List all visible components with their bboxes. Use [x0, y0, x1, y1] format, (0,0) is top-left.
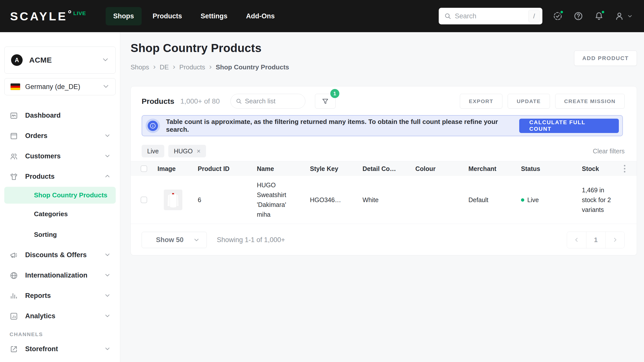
breadcrumb-shops[interactable]: Shops — [131, 63, 149, 71]
add-product-button[interactable]: ADD PRODUCT — [574, 51, 637, 66]
sidebar-item-orders[interactable]: Orders — [0, 126, 120, 146]
products-card: Products 1,000+ of 80 1 EXPORT UPDATE CR… — [131, 86, 637, 255]
chevron-down-icon — [102, 56, 109, 64]
filter-chip-live[interactable]: Live — [142, 145, 164, 157]
topnav-shops[interactable]: Shops — [106, 7, 142, 25]
sidebar-item-analytics[interactable]: Analytics — [0, 306, 120, 326]
sidebar-item-storefront[interactable]: Storefront — [0, 339, 120, 359]
scayle-logo[interactable]: SCAYLE LIVE — [10, 10, 86, 22]
chevron-down-icon — [627, 13, 633, 19]
cell-stock: 1,469 in stock for 2 variants — [582, 185, 615, 215]
filter-wrap: 1 — [315, 94, 336, 109]
search-icon — [444, 13, 451, 20]
column-header-merchant[interactable]: Merchant — [468, 165, 521, 172]
funnel-icon — [321, 98, 329, 105]
sidebar-item-label: Customers — [25, 152, 61, 160]
sidebar: A ACME Germany (de_DE) Dashboard Orders … — [0, 32, 120, 362]
sidebar-item-dashboard[interactable]: Dashboard — [0, 105, 120, 126]
status-live-dot — [521, 198, 524, 202]
notifications-button[interactable] — [594, 11, 604, 21]
analytics-icon — [10, 312, 18, 321]
sidebar-item-discounts-offers[interactable]: Discounts & Offers — [0, 245, 120, 265]
clear-filters-link[interactable]: Clear filters — [593, 148, 625, 155]
chevron-left-icon — [573, 237, 580, 243]
select-all-checkbox[interactable] — [141, 165, 147, 172]
product-image[interactable] — [164, 190, 182, 210]
breadcrumb: Shops › DE › Products › Shop Country Pro… — [131, 63, 289, 71]
list-search-input[interactable] — [245, 97, 300, 105]
create-mission-button[interactable]: CREATE MISSION — [555, 94, 625, 109]
germany-flag-icon — [11, 83, 20, 90]
page-title: Shop Country Products — [131, 41, 261, 55]
filter-chip-hugo[interactable]: HUGO × — [168, 145, 206, 157]
page-size-select[interactable]: Show 50 — [142, 232, 207, 248]
cell-detail-colour: White — [363, 196, 415, 204]
column-header-status[interactable]: Status — [521, 165, 582, 172]
column-header-colour[interactable]: Colour — [415, 165, 468, 172]
info-banner: Table count is approximate, as the filte… — [142, 115, 623, 136]
sidebar-item-products[interactable]: Products — [0, 166, 120, 187]
breadcrumb-de[interactable]: DE — [160, 63, 169, 71]
info-icon — [148, 121, 158, 131]
sidebar-subitem-shop-country-products[interactable]: Shop Country Products — [4, 187, 116, 204]
update-button[interactable]: UPDATE — [508, 94, 550, 109]
topnav-settings[interactable]: Settings — [193, 7, 235, 25]
sidebar-item-label: Reports — [25, 292, 51, 300]
pagination-prev-button[interactable] — [567, 232, 586, 248]
info-icon-halo — [146, 119, 160, 133]
sidebar-item-internationalization[interactable]: Internationalization — [0, 265, 120, 286]
dashboard-icon — [10, 111, 18, 120]
tenant-name: ACME — [29, 56, 52, 64]
sidebar-item-label: Discounts & Offers — [25, 251, 87, 259]
locale-selector[interactable]: Germany (de_DE) — [4, 78, 116, 95]
status-label: Live — [527, 196, 539, 204]
logo-ring-icon — [68, 10, 71, 13]
table-header-row: Image Product ID Name Style Key Detail C… — [131, 161, 637, 176]
breadcrumb-separator-icon: › — [153, 63, 156, 71]
storefront-icon — [10, 345, 18, 353]
list-search[interactable] — [230, 94, 305, 109]
breadcrumb-products[interactable]: Products — [179, 63, 205, 71]
customers-icon — [10, 152, 18, 161]
row-checkbox[interactable] — [141, 197, 147, 203]
app-root: SCAYLE LIVE Shops Products Settings Add-… — [0, 0, 644, 362]
column-header-name[interactable]: Name — [257, 165, 310, 172]
global-search[interactable]: / — [439, 8, 542, 24]
topnav-addons[interactable]: Add-Ons — [238, 7, 282, 25]
sidebar-subitem-categories[interactable]: Categories — [0, 204, 120, 224]
chip-close-icon[interactable]: × — [197, 148, 200, 154]
chip-label: HUGO — [174, 148, 193, 155]
global-search-input[interactable] — [455, 12, 528, 20]
calculate-full-count-button[interactable]: CALCULATE FULL COUNT — [519, 119, 619, 133]
pagination-next-button[interactable] — [605, 232, 624, 248]
pagination-current-page[interactable]: 1 — [586, 232, 605, 248]
bar-chart-icon — [10, 292, 18, 300]
notifications-dot — [601, 10, 605, 14]
help-button[interactable] — [573, 11, 584, 21]
column-header-stock[interactable]: Stock — [582, 165, 615, 172]
sidebar-item-label: Products — [25, 173, 55, 180]
export-button[interactable]: EXPORT — [460, 94, 502, 109]
column-settings-kebab-icon[interactable] — [622, 163, 627, 174]
orders-icon — [10, 132, 18, 140]
sidebar-item-reports[interactable]: Reports — [0, 286, 120, 306]
products-tshirt-icon — [10, 172, 18, 181]
tenant-selector[interactable]: A ACME — [4, 47, 116, 74]
sidebar-subitem-sorting[interactable]: Sorting — [0, 224, 120, 245]
table-row[interactable]: 6 HUGO Sweatshirt 'Dakimara' miha HGO346… — [131, 176, 637, 224]
column-header-detail-colour[interactable]: Detail Co… — [363, 165, 415, 172]
column-header-style-key[interactable]: Style Key — [310, 165, 363, 172]
column-header-product-id[interactable]: Product ID — [198, 165, 257, 172]
chevron-down-icon — [104, 272, 111, 280]
user-menu[interactable] — [614, 11, 633, 21]
chevron-down-icon — [104, 251, 111, 259]
pagination: 1 — [567, 232, 625, 248]
cell-product-id: 6 — [198, 196, 257, 204]
live-badge: LIVE — [73, 10, 86, 16]
tasks-button[interactable] — [552, 11, 563, 21]
sidebar-nav: Dashboard Orders Customers Products Shop… — [0, 105, 120, 359]
topnav-products[interactable]: Products — [145, 7, 190, 25]
column-header-image[interactable]: Image — [157, 165, 198, 172]
sidebar-item-label: Storefront — [25, 345, 58, 353]
sidebar-item-customers[interactable]: Customers — [0, 146, 120, 166]
